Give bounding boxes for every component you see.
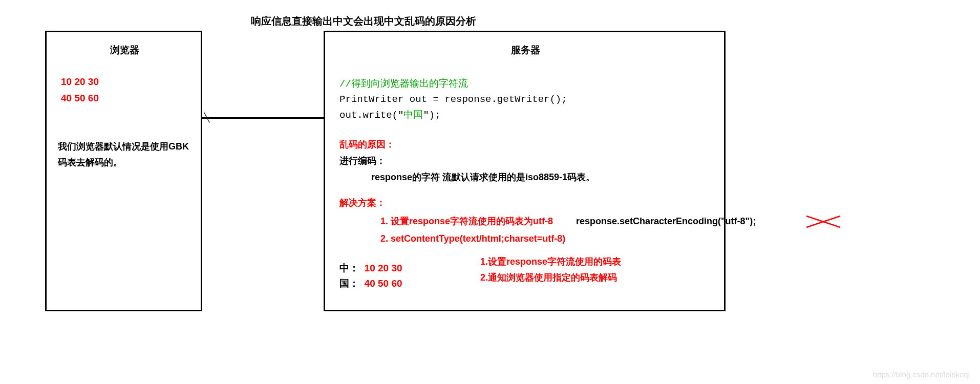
code-comment: //得到向浏览器输出的字符流 (339, 76, 712, 92)
encode-detail-a: response的字符 (371, 172, 440, 182)
encode-detail-b: 流默认请求使用的是iso8859-1码表。 (442, 172, 595, 182)
subnote-1: 1.设置response字符流使用的码表 (480, 254, 621, 270)
encode-detail: response的字符 流默认请求使用的是iso8859-1码表。 (371, 171, 712, 183)
reason-label: 乱码的原因： (339, 138, 712, 151)
code-line-2: out.write("中国"); (339, 108, 712, 123)
byte-row2-ch: 国： (339, 278, 365, 289)
encode-label: 进行编码： (339, 155, 712, 167)
byte-row1-num: 10 20 30 (365, 263, 402, 273)
watermark: https://blog.csdn.net/leirikeqi (873, 370, 970, 379)
server-heading: 服务器 (339, 44, 712, 57)
solution-subnotes: 1.设置response字符流使用的码表 2.通知浏览器使用指定的码表解码 (480, 254, 621, 285)
arrow-head: ／ (200, 110, 213, 123)
code-line-1: PrintWriter out = response.getWriter(); (339, 92, 712, 107)
code-line-2-cn: 中国 (403, 110, 423, 121)
browser-note: 我们浏览器默认情况是使用GBK码表去解码的。 (58, 139, 191, 170)
byte-row2-num: 40 50 60 (365, 278, 402, 289)
overflow-code-setencoding: response.setCharacterEncoding("utf-8"); (576, 216, 756, 227)
byte-row1-ch: 中： (339, 263, 365, 273)
code-line-2-suffix: "); (423, 110, 440, 121)
subnote-2: 2.通知浏览器使用指定的码表解码 (480, 270, 621, 286)
arrow-line (202, 117, 324, 119)
browser-bytes-row2: 40 50 60 (61, 93, 191, 104)
arrow-server-to-browser: ／ (202, 112, 324, 122)
browser-bytes-row1: 10 20 30 (61, 76, 191, 88)
browser-bytes: 10 20 30 40 50 60 (61, 76, 191, 104)
red-x-icon (805, 214, 841, 229)
svg-line-1 (806, 216, 840, 227)
solution-label: 解决方案： (339, 197, 712, 209)
svg-line-0 (806, 216, 840, 227)
code-line-2-prefix: out.write(" (339, 110, 403, 121)
solution-2: 2. setContentType(text/html;charset=utf-… (380, 233, 712, 244)
browser-box: 浏览器 10 20 30 40 50 60 我们浏览器默认情况是使用GBK码表去… (45, 31, 202, 311)
diagram-title: 响应信息直接输出中文会出现中文乱码的原因分析 (0, 14, 727, 28)
browser-heading: 浏览器 (58, 44, 191, 57)
